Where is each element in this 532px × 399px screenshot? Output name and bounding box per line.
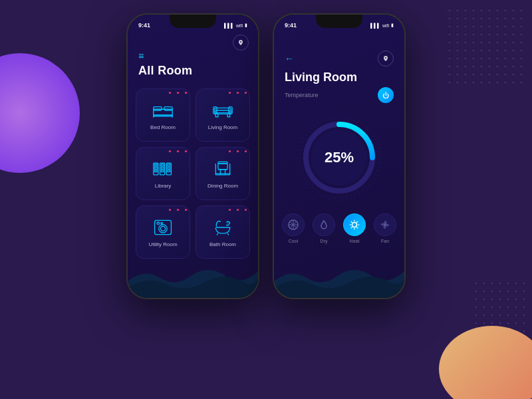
svg-rect-12	[215, 110, 229, 113]
livingroom-label: Living Room	[208, 124, 237, 130]
phone1-screen: 9:41 ▌▌▌ wifi ▮ ≡ All Room	[128, 15, 258, 298]
signal-icon2: ▌▌▌	[370, 23, 380, 28]
room-card-library[interactable]: Library	[136, 147, 190, 200]
washer-icon	[152, 219, 174, 238]
svg-rect-26	[218, 164, 227, 170]
heat-label: Heat	[350, 239, 360, 243]
svg-rect-3	[164, 106, 172, 110]
dry-circle	[313, 213, 335, 236]
wifi-icon2: wifi	[382, 23, 389, 28]
svg-point-36	[157, 222, 160, 225]
gauge-value: 25%	[325, 149, 354, 166]
phone2-notch	[316, 15, 362, 28]
location-icon[interactable]	[233, 35, 249, 51]
dry-label: Dry	[321, 239, 328, 243]
bath-icon	[212, 219, 233, 238]
svg-rect-19	[161, 167, 164, 169]
library-icon	[152, 160, 174, 180]
bed-icon	[152, 102, 174, 121]
phone2-location-icon[interactable]	[378, 51, 394, 66]
sofa-icon	[212, 102, 233, 121]
svg-rect-24	[168, 170, 170, 172]
fan-label: Fan	[381, 239, 389, 243]
cool-icon	[288, 219, 299, 230]
room-card-bathroom[interactable]: Bath Room	[196, 205, 250, 259]
phone2-header: ←	[274, 32, 404, 70]
phone1-time: 9:41	[138, 22, 150, 29]
wifi-icon: wifi	[236, 23, 243, 28]
svg-rect-15	[155, 167, 158, 169]
bedroom-label: Bed Room	[150, 124, 176, 130]
bg-decoration-dots-top	[446, 7, 525, 86]
phone-living-room: 9:41 ▌▌▌ wifi ▮ ← Living R	[273, 13, 406, 299]
battery-icon2: ▮	[391, 23, 394, 28]
fan-icon	[380, 219, 390, 230]
bg-decoration-oval	[439, 326, 532, 399]
phone1-header: ≡ All Room	[128, 32, 258, 84]
svg-rect-18	[161, 164, 164, 166]
svg-rect-14	[155, 164, 158, 166]
svg-rect-11	[227, 114, 230, 116]
phone2-wave	[274, 261, 404, 298]
phone1-notch	[170, 15, 216, 28]
svg-point-34	[159, 224, 167, 232]
svg-point-35	[160, 226, 165, 231]
library-label: Library	[155, 183, 171, 189]
temp-row: Temperature ⏻	[274, 87, 404, 108]
phone2-status-icons: ▌▌▌ wifi ▮	[370, 23, 394, 28]
room-card-utilityroom[interactable]: Utility Room	[136, 205, 190, 259]
svg-rect-30	[215, 174, 229, 175]
control-cool[interactable]: Cool	[282, 213, 305, 243]
svg-line-38	[217, 233, 218, 235]
room-card-livingroom[interactable]: Living Room	[196, 88, 250, 142]
phones-container: 9:41 ▌▌▌ wifi ▮ ≡ All Room	[126, 13, 406, 299]
diningroom-label: Dining Room	[207, 183, 238, 189]
control-fan[interactable]: Fan	[374, 213, 396, 243]
fan-circle	[374, 213, 396, 236]
svg-rect-2	[154, 106, 162, 110]
all-room-title: All Room	[138, 64, 192, 77]
nav-svg	[237, 39, 244, 46]
svg-rect-6	[154, 115, 172, 116]
phone2-time: 9:41	[285, 22, 297, 29]
controls-row: Cool Dry	[274, 209, 404, 249]
svg-point-40	[385, 57, 386, 59]
signal-icon: ▌▌▌	[224, 23, 234, 28]
svg-rect-23	[168, 167, 170, 169]
svg-rect-22	[168, 164, 170, 166]
svg-rect-16	[155, 170, 158, 172]
rooms-grid: Bed Room Living Room Library	[128, 84, 258, 265]
temp-label: Temperature	[285, 92, 319, 98]
svg-point-37	[161, 222, 163, 224]
room-card-diningroom[interactable]: Dining Room	[196, 147, 250, 200]
nav-svg2	[382, 55, 389, 62]
bg-decoration-circle	[0, 53, 80, 173]
utilityroom-label: Utility Room	[148, 241, 177, 247]
svg-rect-10	[215, 114, 218, 116]
control-heat[interactable]: Heat	[343, 213, 366, 243]
phone1-wave	[128, 261, 258, 298]
cool-circle	[282, 213, 305, 236]
heat-icon	[349, 219, 360, 230]
living-room-title: Living Room	[274, 70, 404, 87]
battery-icon: ▮	[245, 23, 247, 28]
room-card-bedroom[interactable]: Bed Room	[136, 88, 190, 142]
svg-rect-20	[161, 170, 164, 172]
phone1-status-icons: ▌▌▌ wifi ▮	[224, 23, 247, 28]
cool-label: Cool	[289, 239, 298, 243]
living-room-title-text: Living Room	[285, 70, 357, 84]
power-button[interactable]: ⏻	[378, 87, 394, 103]
svg-point-0	[240, 41, 241, 43]
back-button[interactable]: ←	[285, 53, 294, 64]
menu-icon[interactable]: ≡	[138, 51, 247, 61]
svg-point-47	[352, 223, 357, 227]
phone2-screen: 9:41 ▌▌▌ wifi ▮ ← Living R	[274, 15, 404, 298]
heat-circle	[343, 213, 366, 236]
dry-icon	[319, 219, 329, 230]
dining-icon	[212, 160, 233, 180]
phone-all-room: 9:41 ▌▌▌ wifi ▮ ≡ All Room	[126, 13, 259, 299]
svg-line-39	[227, 233, 229, 235]
bathroom-label: Bath Room	[209, 241, 236, 247]
control-dry[interactable]: Dry	[313, 213, 335, 243]
gauge-container: 25%	[274, 108, 404, 209]
